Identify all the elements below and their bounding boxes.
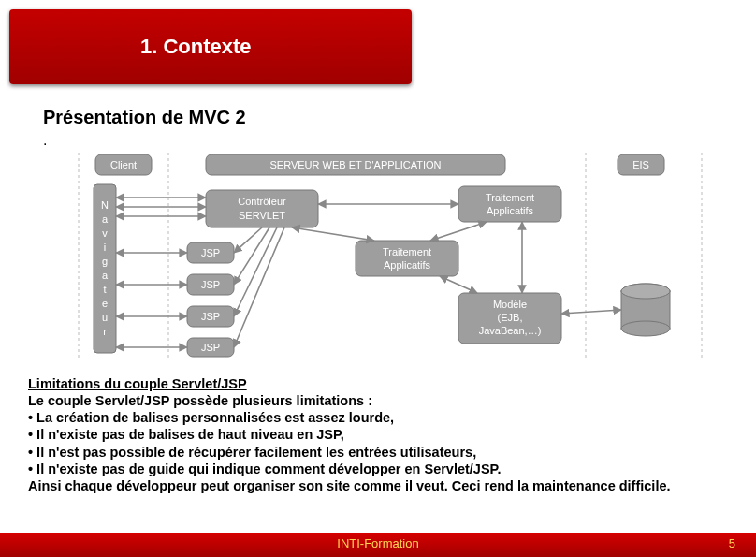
database-icon (621, 284, 670, 336)
svg-text:r: r (103, 326, 107, 337)
svg-line-42 (292, 227, 374, 241)
svg-line-39 (234, 227, 277, 316)
svg-line-43 (430, 222, 487, 241)
jsp-label-4: JSP (201, 342, 220, 353)
server-label: SERVEUR WEB ET D'APPLICATION (269, 159, 441, 170)
traitement-1b: Applicatifs (487, 205, 534, 216)
svg-line-37 (234, 227, 262, 253)
svg-text:t: t (103, 284, 106, 295)
footer-page-number: 5 (729, 536, 735, 550)
footer-bar: INTI-Formation 5 (0, 533, 756, 557)
traitement-2a: Traitement (383, 246, 431, 257)
modele-3: JavaBean,…) (479, 325, 542, 336)
controller-label-2: SERVLET (239, 210, 285, 221)
eis-label: EIS (632, 159, 649, 170)
limitations-l4: • Il n'est pas possible de récupérer fac… (28, 445, 476, 460)
svg-text:u: u (102, 312, 108, 323)
mvc2-diagram: Client SERVEUR WEB ET D'APPLICATION EIS … (47, 153, 737, 362)
footer-center: INTI-Formation (0, 536, 756, 550)
limitations-l2: • La création de balises personnalisées … (28, 410, 394, 425)
modele-2: (EJB, (498, 312, 523, 323)
svg-text:e: e (102, 298, 108, 309)
leading-dot: . (43, 132, 756, 149)
controller-label-1: Contrôleur (238, 196, 286, 207)
svg-text:i: i (104, 242, 106, 253)
svg-text:g: g (102, 256, 108, 267)
limitations-l6: Ainsi chaque développeur peut organiser … (28, 478, 671, 493)
svg-text:a: a (102, 213, 109, 225)
limitations-l3: • Il n'existe pas de balises de haut niv… (28, 427, 344, 442)
limitations-heading: Limitations du couple Servlet/JSP (28, 376, 247, 391)
svg-text:v: v (102, 227, 108, 239)
client-label: Client (110, 159, 137, 170)
svg-line-44 (440, 276, 477, 293)
subtitle: Présentation de MVC 2 (43, 107, 756, 128)
limitations-l5: • Il n'existe pas de guide qui indique c… (28, 462, 501, 476)
jsp-label-1: JSP (201, 247, 220, 258)
svg-point-28 (621, 321, 670, 336)
traitement-2b: Applicatifs (384, 259, 431, 271)
limitations-l1: Le couple Servlet/JSP possède plusieurs … (28, 393, 372, 408)
modele-1: Modèle (493, 299, 527, 310)
slide-title: 1. Contexte (140, 35, 252, 59)
jsp-label-3: JSP (201, 311, 220, 322)
slide: 1. Contexte Présentation de MVC 2 . Clie… (0, 0, 756, 557)
svg-text:N: N (101, 199, 109, 211)
jsp-label-2: JSP (201, 279, 220, 290)
traitement-1a: Traitement (486, 192, 534, 203)
svg-text:a: a (102, 270, 109, 281)
limitations-block: Limitations du couple Servlet/JSP Le cou… (28, 375, 737, 494)
svg-line-46 (561, 310, 621, 314)
svg-point-29 (621, 284, 670, 299)
title-bar: 1. Contexte (9, 9, 412, 84)
